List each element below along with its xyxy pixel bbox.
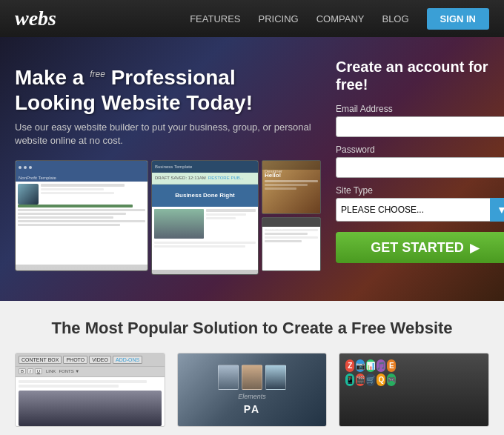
app-icon-6: 📱	[345, 373, 354, 386]
app-icon-10: 🎮	[387, 373, 396, 386]
app-icon-1: Z	[345, 359, 354, 372]
nav: FEATURES PRICING COMPANY BLOG SIGN IN	[190, 8, 489, 30]
feature-apps: Z 📷 📊 🎵 E 📱 🎬 🛒 Q 🎮 Powerful Business Ap…	[339, 353, 489, 435]
site-type-select[interactable]: PLEASE CHOOSE...BusinessPersonalNon-Prof…	[336, 198, 504, 222]
feature-templates: Elements PA Professional Template Styles…	[177, 353, 328, 435]
draft-bar: DRAFT SAVED: 12:11AM RESTORE PUB...	[152, 173, 258, 185]
screenshot-nonprofit: NonProfit Template	[15, 160, 148, 271]
screenshot-bottom: About Us	[262, 217, 321, 271]
signin-button[interactable]: SIGN IN	[427, 8, 489, 30]
logo[interactable]: webs	[15, 7, 56, 30]
screenshot-designer: Designer Hello!	[262, 160, 321, 214]
screenshot-right-stack: Designer Hello! About Us	[262, 160, 321, 271]
get-started-arrow-icon: ▶	[470, 241, 479, 255]
app-icon-7: 🎬	[356, 373, 365, 386]
email-label: Email Address	[336, 104, 504, 114]
get-started-button[interactable]: GET STARTED ▶	[336, 232, 504, 263]
password-input[interactable]	[336, 157, 504, 178]
building-tools-image: CONTENT BOX PHOTO VIDEO ADD-ONS B I U LI…	[15, 353, 165, 427]
popular-title: The Most Popular Solution to Create a Fr…	[15, 319, 489, 338]
app-icon-3: 📊	[366, 359, 375, 372]
feature-building-tools: CONTENT BOX PHOTO VIDEO ADD-ONS B I U LI…	[15, 353, 165, 435]
app-icon-8: 🛒	[366, 373, 375, 386]
app-icon-2: 📷	[356, 359, 365, 372]
templates-image: Elements PA	[177, 353, 328, 427]
apps-image: Z 📷 📊 🎵 E 📱 🎬 🛒 Q 🎮	[339, 353, 489, 427]
site-type-label: Site Type	[336, 185, 504, 196]
hero-screenshots: NonProfit Template	[15, 160, 321, 279]
hero-section: Make a free Professional Looking Website…	[0, 37, 504, 301]
popular-section: The Most Popular Solution to Create a Fr…	[0, 301, 504, 435]
screenshot-business: Business Template DRAFT SAVED: 12:11AM R…	[151, 160, 259, 275]
hero-subtitle: Use our easy website builder to put your…	[15, 121, 321, 147]
header: webs FEATURES PRICING COMPANY BLOG SIGN …	[0, 0, 504, 37]
app-icon-5: E	[387, 359, 396, 372]
get-started-label: GET STARTED	[371, 240, 464, 256]
email-input[interactable]	[336, 116, 504, 137]
hero-title-prefix: Make a	[15, 66, 84, 89]
nav-features[interactable]: FEATURES	[190, 13, 240, 24]
app-icon-9: Q	[377, 373, 385, 386]
password-label: Password	[336, 145, 504, 155]
nav-blog[interactable]: BLOG	[382, 13, 408, 24]
nav-company[interactable]: COMPANY	[316, 13, 365, 24]
hero-content: Make a free Professional Looking Website…	[15, 58, 321, 279]
nav-pricing[interactable]: PRICING	[259, 13, 299, 24]
site-type-wrapper: PLEASE CHOOSE...BusinessPersonalNon-Prof…	[336, 198, 504, 222]
hero-title: Make a free Professional Looking Website…	[15, 65, 321, 115]
features-grid: CONTENT BOX PHOTO VIDEO ADD-ONS B I U LI…	[15, 353, 489, 435]
signup-form: Create an account for free! Email Addres…	[336, 58, 504, 263]
app-icon-4: 🎵	[377, 359, 385, 372]
form-title: Create an account for free!	[336, 58, 504, 93]
free-badge: free	[90, 69, 105, 79]
